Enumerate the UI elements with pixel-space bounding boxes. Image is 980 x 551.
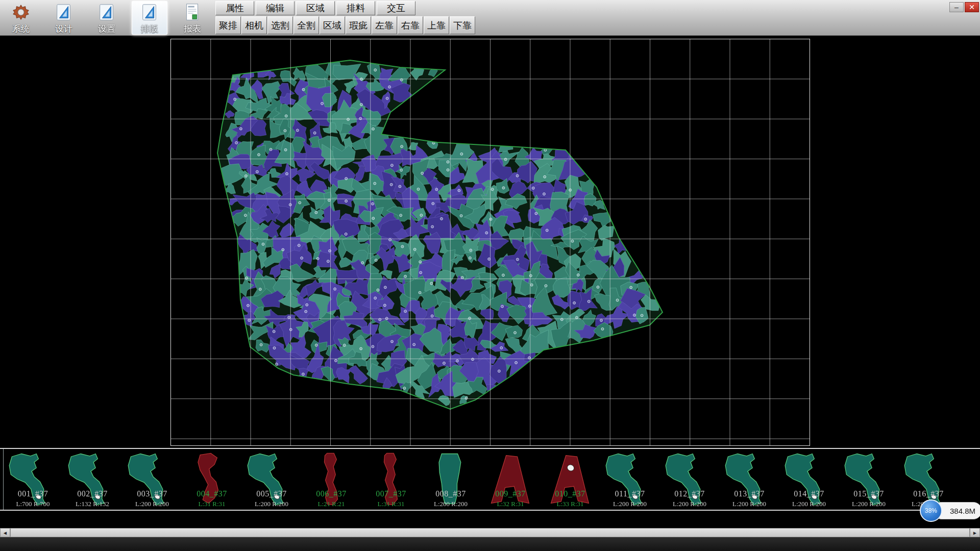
- pattern-lr-counts: L:32 R:31: [481, 500, 540, 508]
- settings-ruler-icon: [96, 3, 117, 22]
- pattern-lr-counts: L:200 R:200: [779, 500, 839, 508]
- pattern-thumbnail-010[interactable]: 010_#37 L:33 R:31: [541, 449, 600, 510]
- pattern-name: 011_#37: [600, 489, 659, 498]
- close-button[interactable]: ✕: [965, 2, 979, 12]
- pattern-lr-counts: L:700 R:700: [4, 500, 62, 508]
- tool-button-row: 聚排 相机 选割 全割 区域 瑕疵 左靠 右靠 上靠 下靠: [215, 16, 475, 34]
- pattern-thumbnail-015[interactable]: 015_#37 L:200 R:200: [839, 449, 899, 510]
- pattern-thumbnail-013[interactable]: 013_#37 L:200 R:200: [720, 449, 779, 510]
- pattern-thumbnail-012[interactable]: 012_#37 L:200 R:200: [660, 449, 720, 510]
- scroll-left-icon[interactable]: ◄: [0, 528, 10, 537]
- pattern-thumbnail-006[interactable]: 006_#37 L:21 R:21: [302, 449, 361, 510]
- pattern-lr-counts: L:200 R:200: [242, 500, 301, 508]
- layout-label: 排版: [141, 23, 158, 35]
- tool-select-cut[interactable]: 选割: [267, 16, 293, 34]
- layout-button-active[interactable]: 排版: [132, 1, 167, 35]
- menu-tab-properties[interactable]: 属性: [215, 1, 254, 15]
- tool-cut-all[interactable]: 全割: [293, 16, 319, 34]
- menu-tab-row: 属性 编辑 区域 排料 交互: [215, 1, 415, 15]
- pattern-name: 012_#37: [660, 489, 719, 498]
- application-window: 系统 设计 设置 排版: [0, 0, 980, 551]
- pattern-name: 014_#37: [779, 489, 839, 498]
- pattern-lr-counts: L:33 R:31: [541, 500, 600, 508]
- settings-button[interactable]: 设置: [89, 1, 125, 35]
- status-bar: [0, 537, 980, 551]
- pattern-name: 002_#37: [63, 489, 122, 498]
- pattern-name: 010_#37: [541, 489, 600, 498]
- pattern-name: 005_#37: [242, 489, 301, 498]
- pattern-lr-counts: L:132 R:132: [63, 500, 122, 508]
- menu-tab-nesting[interactable]: 排料: [336, 1, 375, 15]
- pattern-thumbnail-003[interactable]: 003_#37 L:200 R:200: [122, 449, 182, 510]
- pattern-thumbnail-008[interactable]: 008_#37 L:200 R:200: [421, 449, 481, 510]
- pattern-thumbnail-001[interactable]: 001_#37 L:700 R:700: [3, 449, 63, 510]
- memory-badge: 384.8M 38%: [920, 499, 980, 522]
- system-button[interactable]: 系统: [3, 1, 39, 35]
- menu-tab-region[interactable]: 区域: [296, 1, 335, 15]
- pattern-lr-counts: L:31 R:31: [361, 500, 421, 508]
- big-button-row: 系统 设计 设置 排版: [3, 0, 210, 36]
- report-button[interactable]: 报表: [175, 1, 210, 35]
- pattern-lr-counts: L:200 R:200: [660, 500, 719, 508]
- tool-camera[interactable]: 相机: [241, 16, 267, 34]
- layout-ruler-icon: [139, 3, 160, 22]
- pattern-lr-counts: L:31 R:31: [182, 500, 241, 508]
- tool-align-right[interactable]: 右靠: [398, 16, 423, 34]
- design-button[interactable]: 设计: [46, 1, 82, 35]
- minimize-button[interactable]: –: [949, 2, 964, 12]
- pattern-lr-counts: L:200 R:200: [720, 500, 779, 508]
- pattern-name: 001_#37: [4, 489, 62, 498]
- pattern-lr-counts: L:21 R:21: [302, 500, 361, 508]
- pattern-name: 006_#37: [302, 489, 361, 498]
- report-label: 报表: [184, 23, 201, 35]
- pattern-thumbnail-014[interactable]: 014_#37 L:200 R:200: [779, 449, 839, 510]
- report-document-icon: [182, 3, 203, 22]
- pattern-lr-counts: L:200 R:200: [839, 500, 898, 508]
- progress-indicator: 38%: [920, 499, 942, 522]
- pattern-thumbnail-009[interactable]: 009_#37 L:32 R:31: [481, 449, 541, 510]
- horizontal-scrollbar[interactable]: ◄ ►: [0, 528, 980, 537]
- nesting-canvas[interactable]: [0, 0, 980, 448]
- gear-icon: [11, 3, 31, 22]
- scroll-right-icon[interactable]: ►: [970, 528, 980, 537]
- pattern-name: 013_#37: [720, 489, 779, 498]
- pattern-name: 009_#37: [481, 489, 540, 498]
- pattern-name: 008_#37: [421, 489, 480, 498]
- pattern-lr-counts: L:200 R:200: [421, 500, 480, 508]
- system-label: 系统: [12, 23, 30, 35]
- pattern-name: 016_#37: [899, 489, 958, 498]
- pattern-thumbnail-005[interactable]: 005_#37 L:200 R:200: [242, 449, 302, 510]
- pattern-name: 003_#37: [122, 489, 182, 498]
- pattern-lr-counts: L:200 R:200: [600, 500, 659, 508]
- pattern-name: 004_#37: [182, 489, 241, 498]
- pattern-thumbnail-002[interactable]: 002_#37 L:132 R:132: [63, 449, 122, 510]
- tool-cluster-nest[interactable]: 聚排: [215, 16, 241, 34]
- design-ruler-icon: [54, 3, 74, 22]
- tool-defect[interactable]: 瑕疵: [346, 16, 371, 34]
- menu-tab-interactive[interactable]: 交互: [377, 1, 415, 15]
- pattern-thumbnail-007[interactable]: 007_#37 L:31 R:31: [361, 449, 421, 510]
- pattern-name: 007_#37: [361, 489, 421, 498]
- tool-region[interactable]: 区域: [320, 16, 345, 34]
- pattern-thumbnail-011[interactable]: 011_#37 L:200 R:200: [600, 449, 660, 510]
- pattern-name: 015_#37: [839, 489, 898, 498]
- tool-align-bottom[interactable]: 下靠: [450, 16, 475, 34]
- menu-tab-edit[interactable]: 编辑: [256, 1, 295, 15]
- pattern-thumbnail-004[interactable]: 004_#37 L:31 R:31: [182, 449, 242, 510]
- window-controls: – ✕: [949, 2, 979, 12]
- toolbar: 系统 设计 设置 排版: [0, 0, 980, 36]
- tool-align-top[interactable]: 上靠: [424, 16, 449, 34]
- design-label: 设计: [55, 23, 72, 35]
- settings-label: 设置: [98, 23, 115, 35]
- tool-align-left[interactable]: 左靠: [372, 16, 397, 34]
- scrollbar-thumb[interactable]: [10, 528, 970, 537]
- pattern-strip: 001_#37 L:700 R:700 002_#37 L:132 R:132 …: [0, 448, 980, 511]
- pattern-lr-counts: L:200 R:200: [122, 500, 182, 508]
